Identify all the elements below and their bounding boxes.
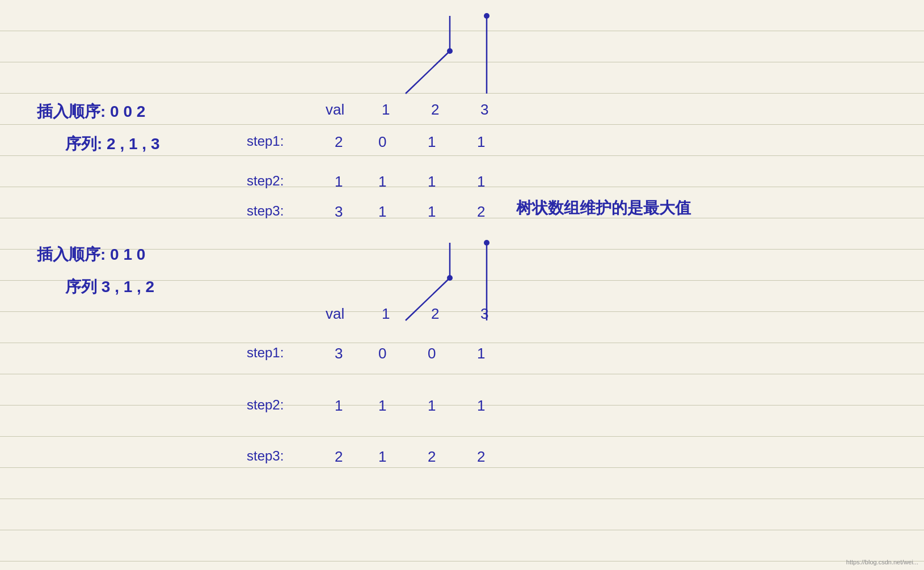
- section2-sequence: 序列 3 , 1 , 2: [65, 276, 154, 298]
- section2-step1-v3: 1: [477, 345, 485, 362]
- section1-step2-v3: 1: [477, 173, 485, 191]
- section2-step3-v1: 1: [378, 448, 386, 466]
- section2-step3-v2: 2: [428, 448, 436, 466]
- section2-val-2: 2: [431, 305, 439, 323]
- section2-val-3: 3: [480, 305, 488, 323]
- section1-annotation: 树状数组维护的是最大值: [516, 197, 691, 219]
- section2-step3-label: step3:: [247, 448, 284, 464]
- section1-step1-v2: 1: [428, 133, 436, 151]
- section2-step2-label: step2:: [247, 397, 284, 413]
- section1-step1-label: step1:: [247, 133, 284, 149]
- svg-point-4: [484, 13, 490, 19]
- svg-point-3: [447, 48, 453, 54]
- section1-step3-v3: 2: [477, 203, 485, 221]
- section2-insert-order: 插入顺序: 0 1 0: [37, 244, 145, 265]
- svg-point-8: [447, 275, 453, 281]
- section1-step1-v1: 0: [378, 133, 386, 151]
- section1-step2-label: step2:: [247, 173, 284, 189]
- watermark: https://blog.csdn.net/wei...: [846, 559, 918, 565]
- section1-step2-v2: 1: [428, 173, 436, 191]
- section1-step3-v2: 1: [428, 203, 436, 221]
- section2-step2-v1: 1: [378, 397, 386, 415]
- section2-step2-v3: 1: [477, 397, 485, 415]
- section2-step2-v2: 1: [428, 397, 436, 415]
- section1-step1-v0: 2: [335, 133, 343, 151]
- section1-val-2: 2: [431, 101, 439, 119]
- section1-step3-label: step3:: [247, 203, 284, 219]
- section1-sequence: 序列: 2 , 1 , 3: [65, 133, 160, 155]
- section2-step1-v0: 3: [335, 345, 343, 362]
- section2-val-1: 1: [382, 305, 390, 323]
- section2-val-label: val: [326, 305, 344, 323]
- section2-step1-v1: 0: [378, 345, 386, 362]
- section1-step3-v1: 1: [378, 203, 386, 221]
- section1-step2-v0: 1: [335, 173, 343, 191]
- section1-insert-order: 插入顺序: 0 0 2: [37, 101, 145, 123]
- main-content: 插入顺序: 0 0 2 序列: 2 , 1 , 3 val 1 2 3 step…: [0, 0, 924, 570]
- section2-step2-v0: 1: [335, 397, 343, 415]
- section1-val-3: 3: [480, 101, 488, 119]
- svg-line-5: [406, 278, 450, 320]
- svg-line-0: [406, 51, 450, 94]
- section2-step1-v2: 0: [428, 345, 436, 362]
- section1-step3-v0: 3: [335, 203, 343, 221]
- section1-step2-v1: 1: [378, 173, 386, 191]
- section2-step3-v3: 2: [477, 448, 485, 466]
- section1-val-label: val: [326, 101, 344, 119]
- section2-step1-label: step1:: [247, 345, 284, 361]
- svg-point-9: [484, 240, 490, 246]
- section2-step3-v0: 2: [335, 448, 343, 466]
- section1-val-1: 1: [382, 101, 390, 119]
- section1-step1-v3: 1: [477, 133, 485, 151]
